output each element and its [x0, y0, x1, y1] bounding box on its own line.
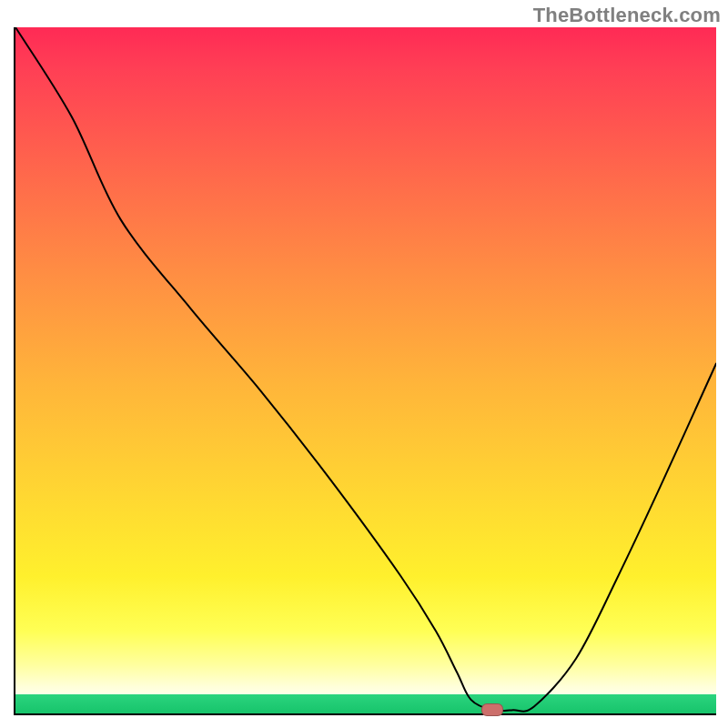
- curve-svg: [15, 27, 716, 713]
- bottleneck-curve-path: [15, 27, 716, 712]
- optimal-marker: [481, 703, 503, 716]
- watermark-text: TheBottleneck.com: [533, 4, 721, 27]
- chart-frame: TheBottleneck.com: [0, 0, 728, 728]
- plot-area: [14, 27, 716, 715]
